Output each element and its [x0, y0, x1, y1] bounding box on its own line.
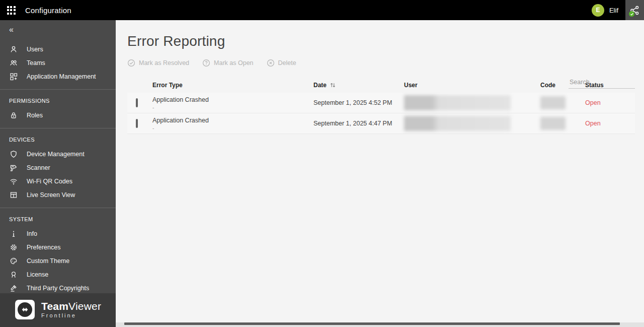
delete-button[interactable]: Delete — [267, 59, 296, 67]
circle-x-icon — [267, 59, 275, 67]
sidebar-item-label: Custom Theme — [27, 257, 69, 265]
search-field — [569, 77, 635, 89]
sidebar-item-label: Users — [27, 46, 43, 53]
gear-icon — [9, 243, 18, 251]
sidebar-section-label: DEVICES — [0, 130, 116, 147]
user-name: Elif — [609, 7, 618, 14]
sidebar-item-label: Live Screen View — [27, 191, 75, 199]
circle-check-icon — [127, 59, 135, 67]
sidebar-item-preferences[interactable]: Preferences — [0, 240, 116, 254]
sidebar-collapse-button[interactable]: « — [9, 26, 14, 34]
sidebar-item-label: Wi-Fi QR Codes — [27, 178, 72, 185]
toolbar: Mark as Resolved Mark as Open Delete — [127, 59, 635, 67]
app-management-icon — [9, 73, 18, 81]
top-bar: Configuration E Elif — [0, 0, 644, 20]
main-content: Error Reporting Mark as Resolved Mark as… — [116, 20, 644, 327]
sidebar-group-permissions: PERMISSIONS Roles — [0, 89, 116, 128]
sidebar-item-label: Roles — [27, 112, 43, 119]
status-check-badge-icon — [629, 11, 634, 17]
circle-question-icon — [202, 59, 210, 67]
screen-grid-icon — [9, 191, 18, 199]
redacted-code-value — [540, 96, 566, 109]
column-header-error-type: Error Type — [152, 82, 313, 89]
user-avatar[interactable]: E — [592, 4, 604, 17]
sidebar-item-roles[interactable]: Roles — [0, 108, 116, 122]
sidebar-group-devices: DEVICES Device Management Scanner — [0, 128, 116, 208]
sidebar-group-main: Users Teams — [0, 37, 116, 89]
sidebar: « Users Te — [0, 20, 116, 327]
sidebar-item-third-party-copyrights[interactable]: Third Party Copyrights — [0, 281, 116, 293]
sidebar-section-label: PERMISSIONS — [0, 92, 116, 108]
lock-icon — [9, 111, 18, 119]
horizontal-scrollbar-thumb[interactable] — [124, 322, 620, 325]
mark-as-resolved-button[interactable]: Mark as Resolved — [127, 59, 189, 67]
status-badge: Open — [585, 120, 635, 127]
error-type: Application Crashed — [152, 117, 313, 125]
sidebar-item-application-management[interactable]: Application Management — [0, 70, 116, 83]
error-table: Error Type Date User Code Status Applica… — [127, 78, 635, 134]
redacted-user-value — [404, 116, 511, 131]
table-row[interactable]: Application Crashed - September 1, 2025 … — [127, 93, 635, 113]
redacted-user-value — [404, 95, 511, 110]
sort-arrows-icon — [330, 82, 336, 88]
sidebar-item-label: Teams — [27, 59, 45, 67]
row-checkbox[interactable] — [136, 98, 138, 107]
scanner-icon — [9, 164, 18, 172]
sidebar-item-scanner[interactable]: Scanner — [0, 161, 116, 174]
error-type: Application Crashed — [152, 96, 313, 104]
share-status-button[interactable] — [625, 0, 644, 20]
sidebar-item-device-management[interactable]: Device Management — [0, 147, 116, 161]
user-icon — [9, 45, 18, 53]
error-date: September 1, 2025 4:52 PM — [313, 99, 404, 106]
sidebar-item-teams[interactable]: Teams — [0, 56, 116, 70]
sidebar-item-label: Scanner — [27, 164, 50, 171]
sidebar-item-license[interactable]: License — [0, 268, 116, 281]
error-date: September 1, 2025 4:47 PM — [313, 120, 404, 127]
sidebar-item-label: Application Management — [27, 73, 96, 80]
info-icon — [9, 230, 18, 238]
sidebar-item-users[interactable]: Users — [0, 42, 116, 56]
teams-icon — [9, 59, 18, 67]
sidebar-item-label: Preferences — [27, 244, 60, 251]
apps-menu-button[interactable] — [0, 0, 22, 20]
sidebar-item-wifi-qr-codes[interactable]: Wi-Fi QR Codes — [0, 174, 116, 188]
sidebar-item-custom-theme[interactable]: Custom Theme — [0, 254, 116, 268]
sidebar-section-label: SYSTEM — [0, 210, 116, 227]
shield-icon — [9, 150, 18, 158]
table-row[interactable]: Application Crashed - September 1, 2025 … — [127, 113, 635, 134]
sidebar-item-info[interactable]: Info — [0, 227, 116, 240]
teamviewer-frontline-logo: TeamViewer Frontline — [0, 293, 116, 327]
search-input[interactable] — [569, 77, 635, 89]
error-subtext: - — [152, 125, 313, 132]
column-header-date[interactable]: Date — [313, 82, 404, 89]
palette-icon — [9, 257, 18, 265]
page-title: Error Reporting — [127, 33, 635, 49]
error-subtext: - — [152, 105, 313, 111]
sidebar-item-label: Third Party Copyrights — [27, 285, 89, 292]
sidebar-item-label: Info — [27, 230, 37, 237]
redacted-code-value — [540, 117, 566, 130]
sidebar-item-live-screen-view[interactable]: Live Screen View — [0, 188, 116, 202]
wifi-icon — [9, 177, 18, 185]
sidebar-item-label: License — [27, 271, 48, 278]
sidebar-item-label: Device Management — [27, 151, 85, 158]
horizontal-scrollbar-track[interactable] — [116, 322, 644, 327]
status-badge: Open — [585, 99, 635, 106]
gavel-icon — [9, 284, 18, 292]
mark-as-open-button[interactable]: Mark as Open — [202, 59, 254, 67]
brand-wordmark: TeamViewer — [41, 301, 101, 312]
column-header-user: User — [404, 82, 540, 89]
app-title: Configuration — [25, 6, 71, 15]
teamviewer-logo-icon — [15, 300, 35, 319]
row-checkbox[interactable] — [136, 119, 138, 128]
license-badge-icon — [9, 271, 18, 279]
table-header-row: Error Type Date User Code Status — [127, 78, 635, 93]
brand-subtitle: Frontline — [41, 312, 101, 318]
apps-grid-icon — [7, 6, 16, 15]
sidebar-group-system: SYSTEM Info Preferences — [0, 208, 116, 293]
